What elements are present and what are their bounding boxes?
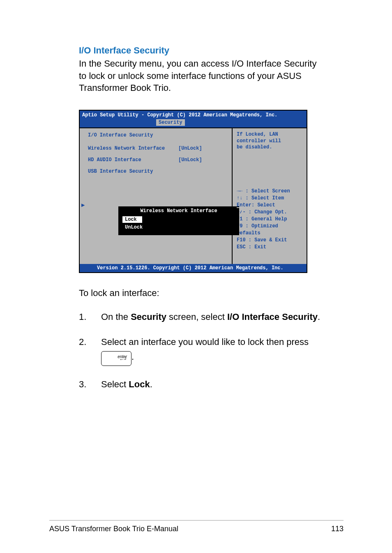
bios-nav-help: →← : Select Screen ↑↓ : Select Item Ente… bbox=[237, 188, 302, 251]
intro-paragraph: In the Security menu, you can access I/O… bbox=[79, 58, 322, 94]
bios-setting-row: Wireless Network Interface [UnLock] bbox=[88, 146, 227, 151]
steps-list: 1. On the Security screen, select I/O In… bbox=[79, 311, 322, 391]
step-bold-security: Security bbox=[131, 312, 166, 322]
step-bold-lock: Lock bbox=[129, 379, 150, 389]
bios-help-line: controller will bbox=[237, 138, 302, 145]
step-3: 3. Select Lock. bbox=[79, 378, 322, 391]
step-body: On the Security screen, select I/O Inter… bbox=[101, 311, 322, 324]
bios-title-bar: Aptio Setup Utility - Copyright (C) 2012… bbox=[80, 111, 307, 127]
bios-setting-value: [UnLock] bbox=[178, 157, 202, 163]
step-body: Select an interface you would like to lo… bbox=[101, 336, 322, 366]
step-text: Select an interface you would like to lo… bbox=[101, 337, 309, 347]
bios-nav-line: ESC : Exit bbox=[237, 244, 302, 251]
bios-nav-line: +/- : Change Opt. bbox=[237, 209, 302, 216]
bios-nav-line: Defaults bbox=[237, 230, 302, 237]
bios-nav-line: F9 : Optimized bbox=[237, 223, 302, 230]
bios-popup-title: Wireless Network Interface bbox=[122, 206, 235, 216]
bios-submenu-item: USB Interface Security bbox=[88, 169, 227, 174]
bios-security-tab: Security bbox=[156, 119, 185, 126]
bios-setting-label: Wireless Network Interface bbox=[88, 146, 178, 151]
bios-help-line: be disabled. bbox=[237, 144, 302, 151]
step-number: 1. bbox=[79, 311, 101, 324]
page-footer: ASUS Transformer Book Trio E-Manual 113 bbox=[0, 520, 392, 533]
bios-panel-title: I/O Interface Security bbox=[88, 132, 227, 138]
step-text: screen, select bbox=[166, 312, 227, 322]
section-heading: I/O Interface Security bbox=[79, 45, 322, 56]
bios-right-panel: If Locked, LAN controller will be disabl… bbox=[233, 128, 307, 264]
page-number: 113 bbox=[331, 525, 344, 533]
popup-corner-icon bbox=[237, 207, 242, 212]
bios-setting-value: [UnLock] bbox=[178, 146, 202, 151]
instruction-lead: To lock an interface: bbox=[79, 288, 322, 298]
step-number: 3. bbox=[79, 378, 101, 391]
bios-nav-line: Enter: Select bbox=[237, 202, 302, 209]
bios-utility-title: Aptio Setup Utility - Copyright (C) 2012… bbox=[82, 112, 277, 118]
bios-popup: Wireless Network Interface Lock UnLock bbox=[118, 206, 239, 235]
step-text: . bbox=[131, 351, 134, 361]
bios-nav-line: →← : Select Screen bbox=[237, 188, 302, 195]
step-body: Select Lock. bbox=[101, 378, 322, 391]
bios-help-text: If Locked, LAN controller will be disabl… bbox=[237, 132, 302, 151]
bios-popup-option-lock: Lock bbox=[122, 216, 142, 223]
step-text: . bbox=[318, 312, 320, 322]
footer-divider bbox=[49, 520, 344, 521]
triangle-cursor-icon: ▶ bbox=[81, 201, 85, 208]
enter-arrow-icon: ←┘ bbox=[119, 356, 127, 363]
bios-nav-line: F10 : Save & Exit bbox=[237, 237, 302, 244]
step-number: 2. bbox=[79, 336, 101, 366]
bios-nav-line: ↑↓ : Select Item bbox=[237, 195, 302, 202]
bios-left-panel: I/O Interface Security Wireless Network … bbox=[80, 128, 233, 264]
bios-screenshot: Aptio Setup Utility - Copyright (C) 2012… bbox=[79, 110, 307, 273]
step-text: On the bbox=[101, 312, 131, 322]
step-bold-io: I/O Interface Security bbox=[227, 312, 318, 322]
bios-help-line: If Locked, LAN bbox=[237, 132, 302, 138]
bios-version-text: Version 2.15.1226. Copyright (C) 2012 Am… bbox=[97, 265, 284, 271]
bios-setting-row: HD AUDIO Interface [UnLock] bbox=[88, 157, 227, 163]
step-1: 1. On the Security screen, select I/O In… bbox=[79, 311, 322, 324]
bios-nav-line: F1 : General Help bbox=[237, 216, 302, 223]
step-2: 2. Select an interface you would like to… bbox=[79, 336, 322, 366]
enter-key-icon: enter ←┘ bbox=[101, 351, 131, 366]
bios-popup-option-unlock: UnLock bbox=[122, 224, 145, 231]
footer-title: ASUS Transformer Book Trio E-Manual bbox=[49, 525, 178, 533]
bios-setting-label: HD AUDIO Interface bbox=[88, 157, 178, 163]
step-text: Select bbox=[101, 379, 129, 389]
bios-version-bar: Version 2.15.1226. Copyright (C) 2012 Am… bbox=[80, 264, 307, 272]
step-text: . bbox=[150, 379, 152, 389]
